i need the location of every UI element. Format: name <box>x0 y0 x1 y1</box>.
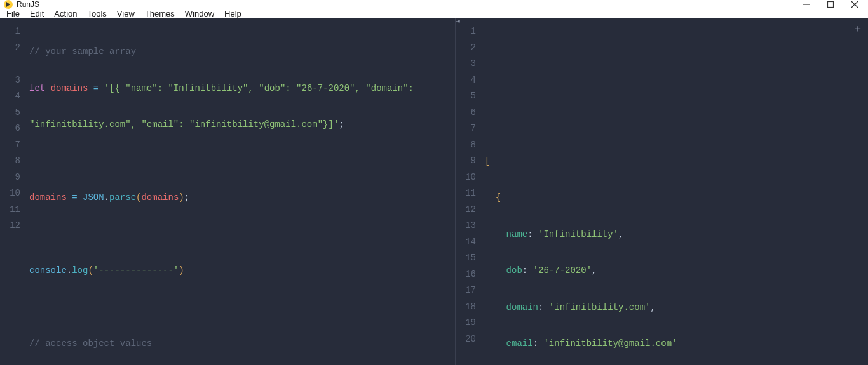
out-token: : <box>538 302 549 312</box>
code-token: // access object values <box>29 338 152 348</box>
out-token: [ <box>485 156 490 166</box>
line-number: 1 <box>456 23 484 40</box>
code-token: domains <box>51 83 88 93</box>
line-number: 7 <box>0 137 28 154</box>
out-token: name <box>485 229 527 239</box>
menu-file[interactable]: File <box>6 9 20 18</box>
menu-help[interactable]: Help <box>224 9 241 18</box>
code-token: // your sample array <box>29 46 136 56</box>
code-token: = <box>88 83 104 93</box>
line-number: 6 <box>456 105 484 121</box>
window-controls <box>802 0 864 9</box>
titlebar: RunJS <box>0 0 868 9</box>
output-pane[interactable]: ⇤⇥ ＋ 1 2 3 4 5 6 7 8 9 10 11 12 13 14 15… <box>456 18 868 365</box>
editor-code[interactable]: // your sample array let domains = '[{ "… <box>28 18 455 365</box>
splitter-handle-icon[interactable]: ⇤⇥ <box>456 18 460 25</box>
out-token: 'infinitbility.com' <box>549 302 651 312</box>
line-number: 14 <box>456 234 484 251</box>
line-number: 10 <box>456 169 484 186</box>
menu-action[interactable]: Action <box>54 9 77 18</box>
line-number: 9 <box>0 169 28 186</box>
line-number: 3 <box>456 56 484 72</box>
line-number: 2 <box>456 40 484 56</box>
out-token: dob <box>485 265 522 275</box>
line-number: 3 <box>0 72 28 89</box>
menu-edit[interactable]: Edit <box>30 9 44 18</box>
line-number: 19 <box>456 315 484 331</box>
code-token: ) <box>179 265 184 275</box>
maximize-button[interactable] <box>826 0 835 9</box>
out-token: '26-7-2020' <box>533 265 592 275</box>
code-token: ; <box>184 192 189 202</box>
workspace: 1 2 3 4 5 6 7 8 9 10 11 12 // your sampl… <box>0 18 868 365</box>
menu-bar: File Edit Action Tools View Themes Windo… <box>0 9 868 18</box>
code-token: '[{ "name": "Infinitbility", "dob": "26-… <box>104 83 414 93</box>
line-number: 6 <box>0 121 28 137</box>
out-token: , <box>650 302 655 312</box>
line-number: 12 <box>456 202 484 218</box>
code-token: = <box>67 192 83 202</box>
svg-rect-1 <box>828 2 834 8</box>
app-icon <box>4 0 13 9</box>
code-token: . <box>67 265 72 275</box>
line-number: 16 <box>456 267 484 283</box>
line-number: 20 <box>456 331 484 348</box>
line-number: 2 <box>0 40 28 56</box>
editor-pane[interactable]: 1 2 3 4 5 6 7 8 9 10 11 12 // your sampl… <box>0 18 456 365</box>
out-token: { <box>485 192 501 202</box>
code-token: domains <box>141 192 179 202</box>
out-token: : <box>533 338 544 348</box>
out-token: 'infinitbility@gmail.com' <box>543 338 677 348</box>
code-token: console <box>29 265 67 275</box>
minimize-button[interactable] <box>802 0 811 9</box>
code-token: ; <box>339 119 344 129</box>
code-token: JSON <box>83 192 104 202</box>
line-number: 9 <box>456 153 484 169</box>
output-code: [ { name: 'Infinitbility', dob: '26-7-20… <box>484 18 868 365</box>
code-token: domains <box>29 192 67 202</box>
code-token: ) <box>179 192 184 202</box>
line-number: 5 <box>456 88 484 105</box>
out-token: : <box>527 229 538 239</box>
out-token: , <box>592 265 597 275</box>
line-number: 11 <box>456 185 484 202</box>
line-number: 4 <box>456 72 484 89</box>
code-token: let <box>29 83 45 93</box>
line-number: 13 <box>456 218 484 234</box>
menu-view[interactable]: View <box>117 9 135 18</box>
out-token: , <box>618 229 623 239</box>
line-number: 10 <box>0 185 28 202</box>
line-number: 4 <box>0 88 28 105</box>
out-token: : <box>522 265 533 275</box>
code-token: ( <box>88 265 93 275</box>
line-number: 8 <box>456 137 484 154</box>
out-token: email <box>485 338 533 348</box>
line-number: 1 <box>0 23 28 40</box>
editor-gutter: 1 2 3 4 5 6 7 8 9 10 11 12 <box>0 18 28 365</box>
line-number: 7 <box>456 121 484 137</box>
code-token: . <box>104 192 109 202</box>
out-token: 'Infinitbility' <box>538 229 618 239</box>
line-number <box>0 56 28 72</box>
close-button[interactable] <box>850 0 859 9</box>
menu-window[interactable]: Window <box>185 9 214 18</box>
line-number: 15 <box>456 250 484 267</box>
add-tab-icon[interactable]: ＋ <box>853 22 863 36</box>
code-token: log <box>72 265 88 275</box>
line-number: 17 <box>456 282 484 299</box>
output-gutter: 1 2 3 4 5 6 7 8 9 10 11 12 13 14 15 16 1… <box>456 18 484 365</box>
app-title: RunJS <box>17 0 39 9</box>
out-token: domain <box>485 302 538 312</box>
menu-themes[interactable]: Themes <box>145 9 175 18</box>
line-number: 11 <box>0 202 28 218</box>
line-number: 5 <box>0 105 28 121</box>
code-token: "infinitbility.com", "email": "infinitbi… <box>29 119 339 129</box>
line-number: 8 <box>0 153 28 169</box>
line-number: 12 <box>0 218 28 234</box>
menu-tools[interactable]: Tools <box>88 9 107 18</box>
code-token: '--------------' <box>93 265 179 275</box>
code-token: parse <box>109 192 136 202</box>
line-number: 18 <box>456 299 484 315</box>
